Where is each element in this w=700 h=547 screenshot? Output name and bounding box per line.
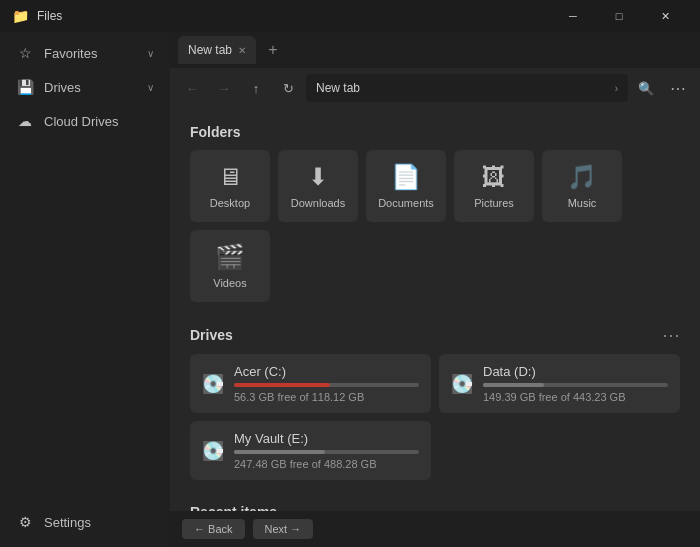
pictures-icon: 🖼 xyxy=(482,163,506,191)
address-bar[interactable]: New tab › xyxy=(306,74,628,102)
app-icon: 📁 xyxy=(12,8,29,24)
navbar: ← → ↑ ↻ New tab › 🔍 ⋯ xyxy=(170,68,700,108)
sidebar-item-settings[interactable]: ⚙ Settings xyxy=(4,506,166,538)
drive-c-bar-fill xyxy=(234,383,330,387)
drive-c[interactable]: 💽 Acer (C:) 56.3 GB free of 118.12 GB xyxy=(190,354,431,413)
drive-e-free: 247.48 GB free of 488.28 GB xyxy=(234,458,419,470)
up-button[interactable]: ↑ xyxy=(242,74,270,102)
bottombar: ← Back Next → xyxy=(170,511,700,547)
sidebar-item-cloud-drives[interactable]: ☁ Cloud Drives xyxy=(4,105,166,137)
drives-more-button[interactable]: ⋯ xyxy=(662,326,680,344)
drive-e-bar-fill xyxy=(234,450,325,454)
drive-c-bar-track xyxy=(234,383,419,387)
drives-section-title: Drives xyxy=(190,327,233,343)
refresh-button[interactable]: ↻ xyxy=(274,74,302,102)
folder-music[interactable]: 🎵 Music xyxy=(542,150,622,222)
tabbar: New tab ✕ + xyxy=(170,32,700,68)
drives-section-header: Drives ⋯ xyxy=(190,326,680,344)
folder-downloads[interactable]: ⬇ Downloads xyxy=(278,150,358,222)
gear-icon: ⚙ xyxy=(16,514,34,530)
address-text: New tab xyxy=(316,81,611,95)
minimize-button[interactable]: ─ xyxy=(550,0,596,32)
chevron-down-icon: ∨ xyxy=(147,82,154,93)
folder-pictures[interactable]: 🖼 Pictures xyxy=(454,150,534,222)
address-chevron-icon: › xyxy=(615,83,618,94)
search-button[interactable]: 🔍 xyxy=(632,74,660,102)
cloud-icon: ☁ xyxy=(16,113,34,129)
drives-grid: 💽 Acer (C:) 56.3 GB free of 118.12 GB 💽 … xyxy=(190,354,680,480)
drives-icon: 💾 xyxy=(16,79,34,95)
drive-d-free: 149.39 GB free of 443.23 GB xyxy=(483,391,668,403)
titlebar: 📁 Files ─ □ ✕ xyxy=(0,0,700,32)
drive-e[interactable]: 💽 My Vault (E:) 247.48 GB free of 488.28… xyxy=(190,421,431,480)
app-title: Files xyxy=(37,9,550,23)
desktop-icon: 🖥 xyxy=(218,163,242,191)
tab-label: New tab xyxy=(188,43,232,57)
tab-close-icon[interactable]: ✕ xyxy=(238,45,246,56)
folder-music-label: Music xyxy=(568,197,597,209)
app-body: ☆ Favorites ∨ 💾 Drives ∨ ☁ Cloud Drives … xyxy=(0,32,700,547)
window-controls: ─ □ ✕ xyxy=(550,0,688,32)
drive-e-name: My Vault (E:) xyxy=(234,431,419,446)
drive-d-icon: 💽 xyxy=(451,373,473,395)
folder-videos[interactable]: 🎬 Videos xyxy=(190,230,270,302)
star-icon: ☆ xyxy=(16,45,34,61)
sidebar-spacer xyxy=(0,138,170,505)
sidebar-item-drives[interactable]: 💾 Drives ∨ xyxy=(4,71,166,103)
scroll-area[interactable]: Folders 🖥 Desktop ⬇ Downloads 📄 Document… xyxy=(170,108,700,511)
drive-d[interactable]: 💽 Data (D:) 149.39 GB free of 443.23 GB xyxy=(439,354,680,413)
folder-desktop[interactable]: 🖥 Desktop xyxy=(190,150,270,222)
back-button[interactable]: ← xyxy=(178,74,206,102)
more-options-button[interactable]: ⋯ xyxy=(664,74,692,102)
folder-documents-label: Documents xyxy=(378,197,434,209)
drive-e-info: My Vault (E:) 247.48 GB free of 488.28 G… xyxy=(234,431,419,470)
drive-c-free: 56.3 GB free of 118.12 GB xyxy=(234,391,419,403)
sidebar: ☆ Favorites ∨ 💾 Drives ∨ ☁ Cloud Drives … xyxy=(0,32,170,547)
drive-d-bar-track xyxy=(483,383,668,387)
folders-section-title: Folders xyxy=(190,124,241,140)
drive-d-bar-fill xyxy=(483,383,544,387)
sidebar-favorites-label: Favorites xyxy=(44,46,137,61)
folder-videos-label: Videos xyxy=(213,277,246,289)
videos-icon: 🎬 xyxy=(215,243,245,271)
folder-documents[interactable]: 📄 Documents xyxy=(366,150,446,222)
documents-icon: 📄 xyxy=(391,163,421,191)
folders-grid: 🖥 Desktop ⬇ Downloads 📄 Documents 🖼 Pict… xyxy=(190,150,680,302)
back-nav-button[interactable]: ← Back xyxy=(182,519,245,539)
folder-desktop-label: Desktop xyxy=(210,197,250,209)
downloads-icon: ⬇ xyxy=(308,163,328,191)
drive-e-icon: 💽 xyxy=(202,440,224,462)
next-nav-button[interactable]: Next → xyxy=(253,519,314,539)
maximize-button[interactable]: □ xyxy=(596,0,642,32)
sidebar-bottom: ⚙ Settings xyxy=(0,505,170,547)
folder-pictures-label: Pictures xyxy=(474,197,514,209)
content-pane: New tab ✕ + ← → ↑ ↻ New tab › 🔍 ⋯ Folder… xyxy=(170,32,700,547)
sidebar-settings-label: Settings xyxy=(44,515,154,530)
drive-e-bar-track xyxy=(234,450,419,454)
chevron-down-icon: ∨ xyxy=(147,48,154,59)
sidebar-cloud-label: Cloud Drives xyxy=(44,114,154,129)
drive-d-name: Data (D:) xyxy=(483,364,668,379)
drive-c-name: Acer (C:) xyxy=(234,364,419,379)
tab-new-tab[interactable]: New tab ✕ xyxy=(178,36,256,64)
recent-section-title: Recent items xyxy=(190,504,277,511)
sidebar-drives-label: Drives xyxy=(44,80,137,95)
close-button[interactable]: ✕ xyxy=(642,0,688,32)
folders-section-header: Folders xyxy=(190,124,680,140)
folder-downloads-label: Downloads xyxy=(291,197,345,209)
drive-c-info: Acer (C:) 56.3 GB free of 118.12 GB xyxy=(234,364,419,403)
tab-add-button[interactable]: + xyxy=(260,37,286,63)
drive-d-info: Data (D:) 149.39 GB free of 443.23 GB xyxy=(483,364,668,403)
drive-c-icon: 💽 xyxy=(202,373,224,395)
forward-button[interactable]: → xyxy=(210,74,238,102)
recent-section-header: Recent items xyxy=(190,504,680,511)
music-icon: 🎵 xyxy=(567,163,597,191)
sidebar-item-favorites[interactable]: ☆ Favorites ∨ xyxy=(4,37,166,69)
